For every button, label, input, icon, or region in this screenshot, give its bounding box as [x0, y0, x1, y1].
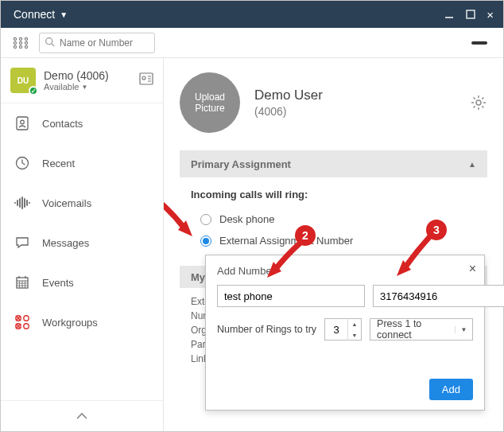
rings-label: Number of Rings to try	[217, 324, 316, 335]
number-input[interactable]	[373, 285, 504, 307]
sidebar-item-workgroups[interactable]: Workgroups	[1, 302, 163, 342]
sidebar-item-messages[interactable]: Messages	[1, 223, 163, 263]
search-input[interactable]	[60, 37, 149, 49]
svg-point-8	[14, 45, 16, 48]
svg-point-40	[24, 316, 29, 321]
add-number-dialog: Add Number × Number of Rings to try ▲ ▼ …	[205, 255, 485, 411]
rings-value[interactable]	[325, 324, 347, 336]
svg-point-42	[24, 324, 29, 329]
clock-icon	[14, 154, 31, 172]
gear-icon[interactable]	[470, 94, 487, 111]
svg-rect-18	[17, 117, 28, 130]
svg-point-4	[25, 37, 27, 40]
sidebar-item-voicemails[interactable]: Voicemails	[1, 183, 163, 223]
presence-icon: ✓	[29, 86, 38, 95]
combo-value: Press 1 to connect	[370, 318, 455, 341]
profile-block: DU ✓ Demo (4006) Available ▼	[1, 58, 163, 103]
search-box[interactable]	[39, 33, 155, 53]
radio-desk-phone[interactable]: Desk phone	[191, 208, 476, 230]
svg-line-22	[22, 163, 25, 165]
status-dropdown[interactable]: Available ▼	[44, 82, 131, 91]
contacts-icon	[14, 115, 31, 132]
svg-point-14	[142, 76, 145, 80]
svg-point-2	[14, 37, 16, 40]
add-button[interactable]: Add	[429, 379, 473, 400]
upload-picture-button[interactable]: Upload Picture	[180, 72, 240, 133]
titlebar: Connect ▼ ×	[1, 1, 503, 28]
section-title: Primary Assignment	[191, 158, 291, 170]
incoming-calls-label: Incoming calls will ring:	[191, 189, 476, 200]
sidebar-item-label: Contacts	[42, 118, 83, 130]
svg-point-3	[19, 37, 21, 40]
collapse-button[interactable]	[1, 400, 163, 431]
svg-point-5	[14, 41, 16, 44]
sidebar-item-label: Voicemails	[42, 197, 91, 209]
spinner-down-icon[interactable]: ▼	[348, 329, 361, 341]
sidebar-item-label: Events	[42, 277, 74, 289]
calendar-icon	[14, 274, 31, 291]
svg-line-12	[52, 43, 54, 45]
rings-spinner[interactable]: ▲ ▼	[324, 318, 362, 341]
close-icon[interactable]: ×	[469, 262, 476, 276]
title-chevron-down-icon[interactable]: ▼	[60, 10, 68, 19]
workgroups-icon	[14, 313, 31, 331]
svg-point-7	[25, 41, 27, 44]
sidebar-item-label: Recent	[42, 158, 75, 169]
sidebar-item-label: Workgroups	[42, 317, 98, 329]
chevron-down-icon[interactable]: ▼	[455, 326, 472, 333]
messages-icon	[14, 234, 31, 251]
voicemail-icon	[14, 194, 31, 212]
svg-point-19	[21, 120, 25, 124]
svg-point-9	[19, 45, 21, 48]
radio-icon	[200, 235, 211, 247]
dialpad-icon[interactable]	[10, 34, 31, 52]
toolbar	[1, 28, 503, 58]
label-input[interactable]	[217, 285, 365, 307]
search-icon	[45, 36, 55, 50]
svg-rect-1	[467, 10, 475, 18]
chevron-down-icon: ▼	[81, 84, 87, 91]
svg-point-10	[25, 45, 27, 48]
avatar[interactable]: DU ✓	[10, 68, 36, 93]
profile-name: Demo (4006)	[44, 69, 131, 82]
contact-card-icon[interactable]	[139, 72, 153, 88]
section-primary-assignment[interactable]: Primary Assignment ▲	[180, 150, 487, 177]
sidebar-item-events[interactable]: Events	[1, 263, 163, 302]
sidebar-item-label: Messages	[42, 237, 89, 249]
app-title: Connect	[14, 8, 55, 21]
collapse-icon: ▲	[468, 160, 476, 169]
sidebar: DU ✓ Demo (4006) Available ▼	[1, 58, 164, 431]
spinner-up-icon[interactable]: ▲	[348, 318, 361, 329]
sidebar-item-contacts[interactable]: Contacts	[1, 103, 163, 143]
close-button[interactable]: ×	[483, 6, 497, 23]
sidebar-item-recent[interactable]: Recent	[1, 143, 163, 183]
connect-mode-dropdown[interactable]: Press 1 to connect ▼	[370, 318, 473, 341]
user-name: Demo User	[254, 88, 456, 103]
user-extension: (4006)	[254, 105, 456, 118]
svg-point-6	[19, 41, 21, 44]
svg-point-47	[476, 100, 481, 105]
radio-external-number[interactable]: External Assignment Number	[191, 230, 476, 251]
dialog-title: Add Number	[217, 265, 473, 277]
minimize-button[interactable]	[440, 7, 458, 21]
compact-toggle-button[interactable]	[471, 41, 487, 45]
maximize-button[interactable]	[463, 8, 479, 21]
radio-icon	[200, 214, 211, 225]
svg-point-11	[46, 37, 52, 44]
chevron-up-icon	[76, 409, 88, 423]
